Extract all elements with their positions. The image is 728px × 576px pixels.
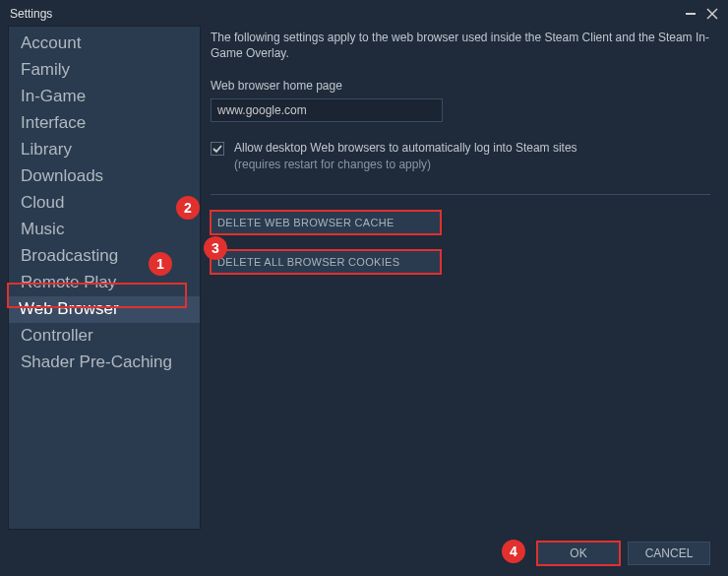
close-icon [706,8,718,20]
check-icon [212,144,222,154]
ok-button[interactable]: OK [537,542,620,565]
cancel-button[interactable]: CANCEL [628,542,710,565]
settings-window: Settings AccountFamilyIn-GameInterfaceLi… [0,0,728,576]
settings-sidebar: AccountFamilyIn-GameInterfaceLibraryDown… [8,26,201,530]
divider [211,194,710,195]
sidebar-item-music[interactable]: Music [19,217,190,243]
delete-cache-button[interactable]: DELETE WEB BROWSER CACHE [211,211,441,234]
description-text: The following settings apply to the web … [211,30,710,61]
annotation-badge-2: 2 [176,196,200,220]
home-page-label: Web browser home page [211,79,710,93]
annotation-badge-1: 1 [149,252,172,276]
allow-desktop-checkbox[interactable] [211,142,224,156]
sidebar-item-web-browser[interactable]: Web Browser [9,296,200,323]
close-button[interactable] [704,6,720,22]
annotation-badge-3: 3 [204,236,227,260]
sidebar-item-downloads[interactable]: Downloads [19,163,190,190]
sidebar-item-family[interactable]: Family [19,57,190,84]
sidebar-item-library[interactable]: Library [19,137,190,163]
allow-desktop-label: Allow desktop Web browsers to automatica… [234,140,577,171]
window-title: Settings [10,7,52,21]
delete-cookies-button[interactable]: DELETE ALL BROWSER COOKIES [211,250,441,274]
home-page-input[interactable] [211,98,443,122]
sidebar-item-account[interactable]: Account [19,31,190,57]
sidebar-item-controller[interactable]: Controller [19,323,190,350]
sidebar-item-in-game[interactable]: In-Game [19,84,190,110]
minimize-button[interactable] [683,6,698,22]
annotation-badge-4: 4 [502,540,525,563]
settings-content: The following settings apply to the web … [201,26,720,530]
titlebar: Settings [0,0,728,24]
minimize-icon [686,13,696,15]
sidebar-item-shader-pre-caching[interactable]: Shader Pre-Caching [19,350,190,376]
footer: OK CANCEL [0,531,728,576]
sidebar-item-cloud[interactable]: Cloud [19,190,190,217]
sidebar-item-interface[interactable]: Interface [19,110,190,137]
